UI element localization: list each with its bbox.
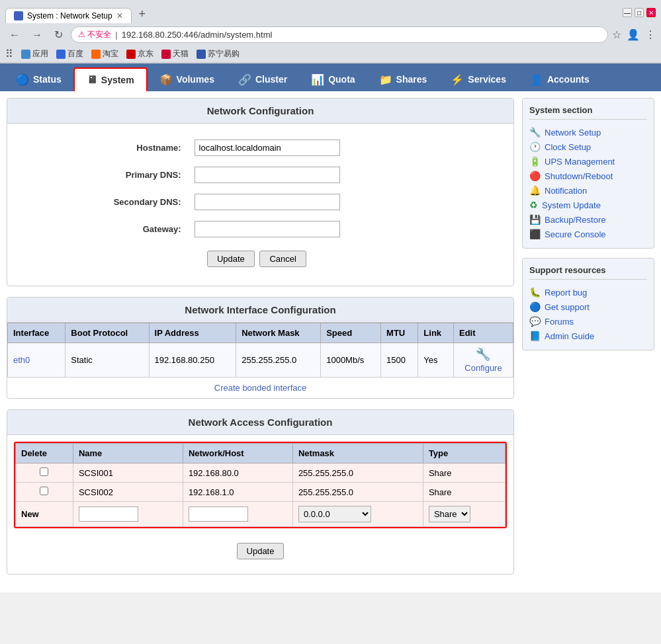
configure-link[interactable]: 🔧 Configure	[459, 347, 507, 373]
netmask-cell-1: 255.255.255.0	[292, 463, 423, 483]
apps-icon[interactable]: ⠿	[5, 48, 13, 60]
create-bonded-wrap: Create bonded interface	[7, 378, 513, 398]
minimize-button[interactable]: —	[623, 8, 632, 17]
tab-favicon	[14, 11, 23, 20]
speed-cell: 1000Mb/s	[321, 343, 381, 378]
sidebar-item-clock-setup[interactable]: 🕐 Clock Setup	[529, 140, 647, 154]
network-config-cancel-btn[interactable]: Cancel	[259, 251, 306, 267]
tab-system[interactable]: 🖥 System	[73, 67, 148, 91]
sidebar-item-network-setup[interactable]: 🔧 Network Setup	[529, 125, 647, 140]
network-access-table: Delete Name Network/Host Netmask Type	[15, 443, 506, 527]
browser-tab-active[interactable]: System : Network Setup ✕	[5, 8, 132, 23]
main-content: Network Configuration Hostname: Primary …	[7, 98, 514, 585]
type-cell-1: Share	[423, 463, 505, 483]
new-tab-button[interactable]: +	[133, 5, 152, 23]
suning-favicon	[197, 50, 206, 59]
support-icon: 🔵	[529, 302, 541, 312]
primary-dns-input[interactable]	[195, 167, 340, 183]
col-link: Link	[418, 323, 454, 343]
forums-label: Forums	[545, 317, 574, 327]
tab-close-icon[interactable]: ✕	[116, 11, 123, 20]
sidebar-item-console[interactable]: ⬛ Secure Console	[529, 227, 647, 241]
clock-icon: 🕐	[529, 141, 541, 152]
link-cell: Yes	[418, 343, 454, 378]
sidebar-item-get-support[interactable]: 🔵 Get support	[529, 300, 647, 314]
new-type-select[interactable]: Share iSCSI All	[429, 506, 470, 522]
delete-checkbox-1[interactable]	[40, 467, 48, 476]
eth0-link[interactable]: eth0	[13, 355, 30, 365]
tab-services-label: Services	[468, 74, 506, 85]
forward-button[interactable]: →	[28, 28, 46, 42]
tab-services[interactable]: ⚡ Services	[439, 67, 518, 91]
bookmark-suning[interactable]: 苏宁易购	[197, 48, 240, 60]
network-interface-section: Network Interface Configuration Interfac…	[7, 297, 514, 399]
tab-volumes-label: Volumes	[177, 74, 214, 85]
menu-icon[interactable]: ⋮	[645, 28, 656, 41]
col-type: Type	[423, 444, 505, 463]
bookmark-tianmao[interactable]: 天猫	[161, 48, 189, 60]
sidebar-item-shutdown[interactable]: 🔴 Shutdown/Reboot	[529, 169, 647, 183]
new-host-input[interactable]	[189, 506, 248, 522]
access-update-btn[interactable]: Update	[237, 543, 285, 559]
col-netmask: Netmask	[292, 444, 423, 463]
close-button[interactable]: ✕	[646, 8, 656, 17]
bookmarks-icon[interactable]: ☆	[612, 28, 621, 41]
network-mask-cell: 255.255.255.0	[236, 343, 321, 378]
col-edit: Edit	[453, 323, 513, 343]
sidebar-item-system-update[interactable]: ♻ System Update	[529, 198, 647, 212]
power-icon: 🔴	[529, 171, 541, 181]
gateway-input[interactable]	[195, 221, 340, 237]
tab-accounts[interactable]: 👤 Accounts	[518, 67, 601, 91]
refresh-button[interactable]: ↻	[50, 27, 67, 42]
ups-icon: 🔋	[529, 156, 541, 167]
forum-icon: 💬	[529, 316, 541, 327]
nav-tabs: 🔵 Status 🖥 System 📦 Volumes 🔗 Cluster 📊 …	[0, 63, 661, 91]
profile-icon[interactable]: 👤	[627, 28, 640, 41]
tab-quota[interactable]: 📊 Quota	[299, 67, 367, 91]
delete-checkbox-2[interactable]	[40, 487, 48, 495]
services-icon: ⚡	[451, 73, 464, 86]
update-icon: ♻	[529, 200, 538, 210]
wrench-icon: 🔧	[529, 127, 541, 138]
network-config-update-btn[interactable]: Update	[207, 251, 255, 267]
sidebar-item-backup[interactable]: 💾 Backup/Restore	[529, 212, 647, 227]
sidebar-item-admin-guide[interactable]: 📘 Admin Guide	[529, 329, 647, 343]
col-interface: Interface	[8, 323, 66, 343]
bookmark-jd[interactable]: 京东	[126, 48, 154, 60]
sidebar-item-report-bug[interactable]: 🐛 Report bug	[529, 285, 647, 300]
new-type-cell: Share iSCSI All	[423, 502, 505, 527]
tab-volumes[interactable]: 📦 Volumes	[148, 67, 226, 91]
bookmark-taobao[interactable]: 淘宝	[91, 48, 118, 60]
tab-status[interactable]: 🔵 Status	[4, 67, 73, 91]
tab-shares[interactable]: 📁 Shares	[367, 67, 439, 91]
back-button[interactable]: ←	[5, 28, 24, 42]
new-netmask-select[interactable]: 0.0.0.0 255.255.255.0 255.255.0.0 255.0.…	[298, 506, 371, 522]
hostname-input[interactable]	[195, 140, 340, 156]
maximize-button[interactable]: □	[635, 8, 644, 17]
bookmark-apps[interactable]: 应用	[21, 48, 48, 60]
address-bar[interactable]	[122, 30, 601, 40]
secondary-dns-label: Secondary DNS:	[18, 188, 188, 216]
security-label: 不安全	[87, 30, 111, 39]
configure-cell: 🔧 Configure	[453, 343, 513, 378]
delete-check-2	[16, 483, 73, 502]
new-name-input[interactable]	[79, 506, 138, 522]
accounts-icon: 👤	[530, 73, 543, 86]
shutdown-label: Shutdown/Reboot	[545, 171, 613, 181]
volumes-icon: 📦	[159, 73, 173, 86]
sidebar-item-notification[interactable]: 🔔 Notification	[529, 183, 647, 198]
bookmark-baidu[interactable]: 百度	[56, 48, 83, 60]
secondary-dns-input[interactable]	[195, 194, 340, 210]
tab-system-label: System	[101, 75, 134, 85]
report-bug-label: Report bug	[545, 288, 587, 298]
table-row: SCSI002 192.168.1.0 255.255.255.0 Share	[16, 483, 506, 502]
status-icon: 🔵	[16, 73, 29, 86]
create-bonded-link[interactable]: Create bonded interface	[214, 383, 306, 393]
delete-check-1	[16, 463, 73, 483]
notification-label: Notification	[545, 186, 587, 196]
tab-cluster[interactable]: 🔗 Cluster	[226, 67, 299, 91]
netmask-cell-2: 255.255.255.0	[292, 483, 423, 502]
col-network-mask: Network Mask	[236, 323, 321, 343]
sidebar-item-forums[interactable]: 💬 Forums	[529, 314, 647, 329]
sidebar-item-ups[interactable]: 🔋 UPS Management	[529, 154, 647, 169]
